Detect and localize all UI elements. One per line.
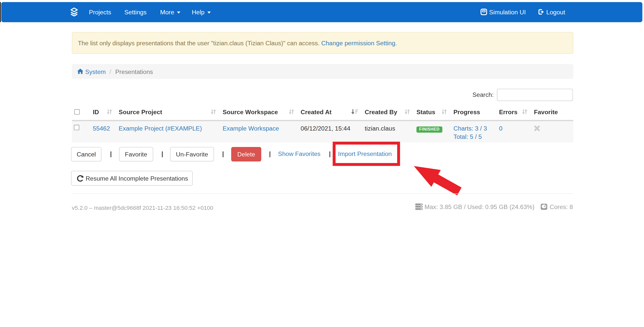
row-errors-link[interactable]: 0 bbox=[499, 125, 503, 132]
navbar: Projects Settings More Help Simulation U… bbox=[1, 2, 642, 22]
memory-icon bbox=[415, 203, 422, 210]
sort-icon bbox=[107, 109, 112, 115]
sort-icon bbox=[289, 109, 294, 115]
breadcrumb-system[interactable]: System bbox=[85, 68, 106, 75]
cores-text: Cores: 8 bbox=[550, 203, 573, 210]
favorite-off-icon bbox=[534, 125, 540, 133]
logout-icon bbox=[538, 9, 544, 15]
row-created-by: tizian.claus bbox=[365, 125, 395, 132]
unfavorite-button[interactable]: Un-Favorite bbox=[170, 147, 214, 161]
separator: | bbox=[162, 150, 163, 157]
column-header-errors[interactable]: Errors bbox=[496, 103, 531, 120]
column-header-created-at[interactable]: Created At bbox=[297, 103, 361, 120]
nav-projects[interactable]: Projects bbox=[89, 8, 111, 15]
progress-total-link[interactable]: Total: 5 / 5 bbox=[453, 133, 482, 140]
separator: | bbox=[110, 150, 112, 157]
header-select-all bbox=[72, 103, 90, 120]
separator: | bbox=[329, 150, 331, 157]
row-created-at: 06/12/2021, 15:44 bbox=[301, 125, 350, 132]
sort-icon bbox=[211, 109, 216, 115]
alert-text: The list only displays presentations tha… bbox=[78, 39, 319, 47]
column-header-favorite[interactable]: Favorite bbox=[531, 103, 573, 120]
sort-icon bbox=[522, 109, 527, 115]
column-header-status[interactable]: Status bbox=[413, 103, 450, 120]
separator: | bbox=[269, 150, 271, 157]
nav-logout[interactable]: Logout bbox=[538, 8, 565, 15]
nav-more[interactable]: More bbox=[160, 8, 180, 15]
resume-all-label: Resume All Incomplete Presentations bbox=[86, 175, 188, 182]
search-input[interactable] bbox=[497, 89, 573, 101]
breadcrumb: System / Presentations bbox=[72, 64, 573, 79]
column-header-created-by[interactable]: Created By bbox=[361, 103, 413, 120]
refresh-icon bbox=[76, 175, 84, 182]
column-header-source-workspace[interactable]: Source Workspace bbox=[219, 103, 297, 120]
footer-divider bbox=[72, 193, 573, 194]
select-all-checkbox[interactable] bbox=[74, 109, 79, 114]
row-checkbox[interactable] bbox=[74, 125, 79, 130]
favorite-button[interactable]: Favorite bbox=[119, 147, 153, 161]
chevron-down-icon bbox=[207, 11, 211, 13]
column-header-id[interactable]: ID bbox=[90, 103, 115, 120]
chevron-down-icon bbox=[177, 11, 180, 13]
delete-button[interactable]: Delete bbox=[231, 147, 261, 161]
resume-all-button[interactable]: Resume All Incomplete Presentations bbox=[71, 171, 192, 186]
search-label: Search: bbox=[472, 91, 494, 98]
window-icon bbox=[480, 9, 487, 15]
breadcrumb-separator: / bbox=[109, 68, 111, 75]
row-source-project-link[interactable]: Example Project (#EXAMPLE) bbox=[119, 125, 202, 132]
memory-text: Max: 3.85 GB / Used: 0.95 GB (24.63%) bbox=[425, 203, 535, 210]
separator: | bbox=[222, 150, 224, 157]
layers-logo-icon[interactable] bbox=[70, 7, 78, 16]
breadcrumb-current: Presentations bbox=[115, 68, 153, 75]
nav-settings[interactable]: Settings bbox=[124, 8, 146, 15]
version-text: v5.2.0 – master@5dc9668f 2021-11-23 16:5… bbox=[72, 205, 213, 211]
row-source-workspace-link[interactable]: Example Workspace bbox=[223, 125, 279, 132]
window-edge bbox=[0, 2, 1, 22]
sort-icon bbox=[441, 109, 447, 115]
cancel-button[interactable]: Cancel bbox=[71, 147, 101, 161]
permission-alert: The list only displays presentations tha… bbox=[72, 32, 573, 54]
cores-icon bbox=[541, 203, 548, 210]
column-header-progress[interactable]: Progress bbox=[450, 103, 496, 120]
annotation-highlight-box bbox=[333, 142, 400, 166]
status-badge: FINISHED bbox=[417, 126, 442, 133]
sort-icon bbox=[405, 109, 410, 115]
column-header-source-project[interactable]: Source Project bbox=[115, 103, 219, 120]
nav-simulation-ui[interactable]: Simulation UI bbox=[480, 8, 526, 15]
nav-help[interactable]: Help bbox=[192, 8, 211, 15]
show-favorites-link[interactable]: Show Favorites bbox=[278, 150, 320, 157]
change-permission-link[interactable]: Change permission Setting. bbox=[321, 39, 397, 47]
home-icon[interactable] bbox=[77, 69, 83, 74]
row-id-link[interactable]: 55462 bbox=[93, 125, 110, 132]
progress-charts-link[interactable]: Charts: 3 / 3 bbox=[453, 125, 487, 132]
sort-desc-icon bbox=[351, 109, 358, 115]
